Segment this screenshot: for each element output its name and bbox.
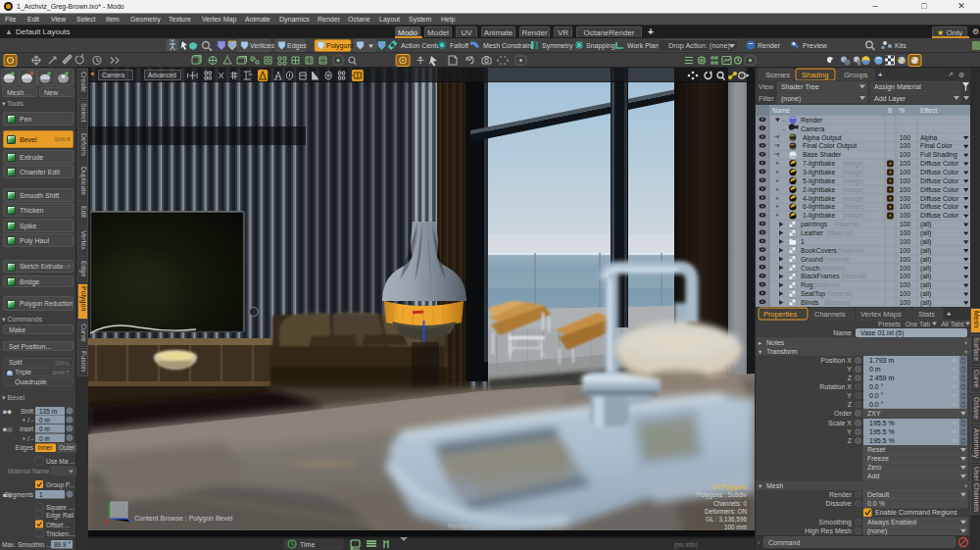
svg-text:+: +: [775, 177, 779, 184]
svg-text:100: 100: [900, 238, 911, 245]
svg-text:+: +: [775, 203, 779, 210]
svg-text:+: +: [775, 186, 779, 193]
svg-text:Diffuse Color: Diffuse Color: [920, 203, 959, 210]
svg-text:100: 100: [900, 281, 911, 288]
svg-text:100: 100: [900, 177, 911, 184]
svg-text:(Material): (Material): [838, 247, 864, 255]
svg-text:Thicken....: Thicken....: [46, 530, 75, 537]
svg-text:0 m: 0 m: [39, 417, 50, 424]
svg-text:(Image): (Image): [843, 169, 864, 176]
svg-text:Shift: Shift: [21, 408, 33, 415]
svg-text:100: 100: [900, 247, 911, 254]
svg-text:Y: Y: [847, 428, 852, 435]
svg-text:100: 100: [900, 256, 911, 263]
svg-text:Action Center: Action Center: [401, 42, 443, 49]
svg-text:Inner: Inner: [38, 444, 54, 451]
svg-text:(Material): (Material): [824, 256, 851, 264]
svg-text:SeatTop: SeatTop: [801, 290, 825, 298]
svg-text:Edge Rail: Edge Rail: [46, 512, 74, 520]
svg-text:(Material): (Material): [827, 290, 854, 298]
svg-text:(Material): (Material): [824, 299, 851, 307]
svg-text:135 m: 135 m: [39, 408, 57, 415]
svg-text:One Tab: One Tab: [905, 321, 930, 327]
svg-text:(all): (all): [920, 299, 931, 307]
svg-text:+ / -: + / -: [23, 417, 33, 424]
svg-text:(all): (all): [920, 221, 931, 228]
svg-text:Name: Name: [833, 329, 852, 336]
svg-text:High Res Mesh: High Res Mesh: [805, 527, 852, 535]
svg-text:Name: Name: [772, 107, 790, 114]
svg-text:100: 100: [900, 212, 911, 219]
svg-text:Diffuse Color: Diffuse Color: [920, 212, 959, 219]
svg-text:0.0 °: 0.0 °: [869, 392, 884, 399]
svg-text:(all): (all): [920, 290, 931, 298]
svg-text:BookCovers: BookCovers: [801, 247, 838, 254]
svg-text:Diffuse Color: Diffuse Color: [920, 169, 959, 175]
svg-text:(all): (all): [920, 273, 931, 280]
svg-text:Zero: Zero: [867, 464, 882, 471]
svg-text:100: 100: [900, 290, 911, 297]
svg-text:0 m: 0 m: [869, 366, 881, 373]
svg-text:Scenes: Scenes: [765, 71, 790, 79]
svg-text:0.0 %: 0.0 %: [867, 500, 885, 507]
svg-text:0.0 °: 0.0 °: [869, 383, 884, 390]
svg-text:Polygons: Polygons: [326, 42, 355, 50]
svg-text:100: 100: [900, 169, 911, 175]
svg-text:89.9 °: 89.9 °: [54, 541, 71, 548]
svg-text:Snapping: Snapping: [586, 42, 615, 50]
svg-text:195.5 %: 195.5 %: [869, 420, 895, 426]
svg-text:Shading: Shading: [802, 71, 829, 79]
svg-text:195.5 %: 195.5 %: [869, 437, 895, 444]
svg-text:(Image): (Image): [843, 195, 864, 203]
svg-text:100: 100: [900, 134, 911, 141]
svg-text:Stats: Stats: [918, 310, 935, 319]
svg-text:All Tabs: All Tabs: [941, 321, 964, 327]
svg-text:1: 1: [801, 238, 805, 245]
svg-text:Presets: Presets: [878, 321, 902, 327]
svg-text:(all): (all): [920, 256, 931, 264]
svg-text:+: +: [775, 195, 779, 202]
svg-text:Channels: Channels: [814, 310, 846, 319]
svg-text:0.0 °: 0.0 °: [869, 401, 884, 408]
svg-text:Default: Default: [867, 491, 889, 498]
svg-text:5-lightbake: 5-lightbake: [803, 177, 835, 185]
svg-text:Transform: Transform: [766, 348, 798, 355]
svg-text:6-lightbake: 6-lightbake: [803, 203, 835, 211]
svg-text:(none): (none): [867, 527, 887, 535]
svg-text:Y: Y: [847, 392, 852, 399]
svg-text:Diffuse Color: Diffuse Color: [920, 195, 959, 202]
svg-text:(Material): (Material): [834, 221, 860, 228]
svg-text:+: +: [775, 212, 779, 219]
svg-text:(Material): (Material): [813, 281, 840, 289]
svg-text:100: 100: [900, 151, 911, 158]
svg-text:1: 1: [39, 491, 43, 498]
svg-text:Scale X: Scale X: [828, 420, 852, 426]
svg-text:Render: Render: [829, 491, 853, 498]
svg-text:+: +: [947, 310, 952, 319]
svg-text:(all): (all): [920, 229, 931, 237]
svg-text:Order: Order: [834, 410, 853, 417]
svg-text:Group P...: Group P...: [46, 481, 74, 489]
svg-text:BlackFrames: BlackFrames: [801, 273, 840, 279]
svg-text:Preview: Preview: [803, 42, 828, 49]
svg-text:Notes: Notes: [766, 339, 785, 346]
svg-text:2.459 m: 2.459 m: [869, 375, 894, 381]
svg-text:View: View: [759, 83, 774, 90]
svg-text:(Image): (Image): [843, 160, 864, 168]
svg-text:(Image): (Image): [843, 186, 864, 194]
svg-text:Outer: Outer: [59, 444, 75, 451]
svg-text:Add Layer: Add Layer: [874, 95, 906, 103]
svg-text:2-lightbake: 2-lightbake: [803, 186, 835, 194]
svg-text:Enable Command Regions: Enable Command Regions: [875, 509, 957, 517]
svg-text:Mesh Constraint: Mesh Constraint: [483, 42, 533, 49]
svg-text:Time: Time: [300, 541, 315, 548]
svg-text:Symmetry: Symmetry: [542, 42, 573, 50]
svg-text:1.793 m: 1.793 m: [869, 357, 894, 364]
svg-text:⚙: ⚙: [958, 72, 964, 78]
svg-text:Properties: Properties: [763, 310, 797, 319]
svg-text:Drop Action: (none): Drop Action: (none): [668, 41, 730, 50]
svg-text:Max. Smoothin ...: Max. Smoothin ...: [2, 541, 52, 548]
svg-text:(Material): (Material): [827, 229, 854, 237]
svg-text:Final Color Output: Final Color Output: [803, 142, 857, 150]
svg-text:%: %: [899, 107, 905, 114]
